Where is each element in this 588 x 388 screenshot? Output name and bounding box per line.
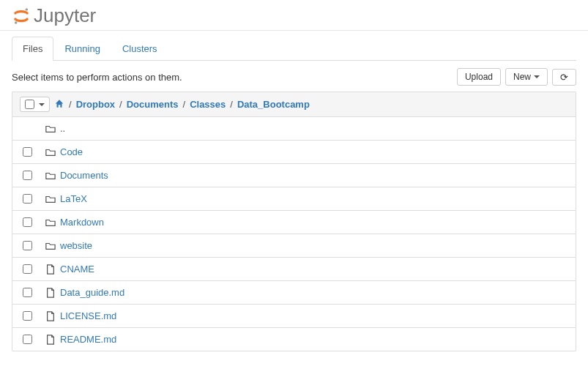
row-checkbox[interactable] — [23, 194, 32, 204]
row-checkbox[interactable] — [23, 147, 32, 157]
item-name[interactable]: Code — [60, 146, 83, 157]
breadcrumb-segment[interactable]: Dropbox — [76, 99, 115, 110]
breadcrumb-segment[interactable]: Documents — [127, 99, 179, 110]
list-item: Code — [12, 141, 576, 164]
select-all-checkbox[interactable] — [25, 100, 34, 109]
tab-running[interactable]: Running — [53, 37, 111, 60]
row-checkbox[interactable] — [23, 335, 32, 344]
breadcrumb-separator: / — [69, 99, 72, 110]
tab-clusters[interactable]: Clusters — [111, 37, 168, 60]
selection-hint: Select items to perform actions on them. — [12, 72, 182, 83]
list-item: Markdown — [12, 211, 576, 234]
list-item: .. — [12, 117, 576, 141]
caret-down-icon — [39, 103, 45, 106]
item-name[interactable]: Documents — [60, 170, 108, 181]
toolbar-row: Select items to perform actions on them.… — [12, 68, 576, 86]
breadcrumb-segment[interactable]: Classes — [190, 99, 226, 110]
row-checkbox[interactable] — [23, 217, 32, 227]
item-name[interactable]: README.md — [60, 334, 116, 345]
jupyter-logo[interactable]: Jupyter — [12, 4, 576, 27]
caret-down-icon — [534, 75, 540, 78]
file-icon — [45, 288, 56, 298]
item-name[interactable]: Markdown — [60, 217, 104, 228]
row-checkbox[interactable] — [23, 264, 32, 274]
folder-icon — [45, 217, 56, 228]
list-item: LaTeX — [12, 187, 576, 211]
row-checkbox[interactable] — [23, 311, 32, 321]
folder-icon — [45, 241, 56, 251]
item-name[interactable]: LaTeX — [60, 193, 87, 204]
breadcrumb-separator: / — [183, 99, 186, 110]
breadcrumb: /Dropbox/Documents/Classes/Data_Bootcamp — [54, 99, 310, 111]
refresh-icon: ⟳ — [560, 72, 568, 82]
item-name[interactable]: Data_guide.md — [60, 287, 124, 298]
folder-icon — [45, 194, 56, 204]
jupyter-icon — [12, 7, 31, 26]
breadcrumb-segment[interactable]: Data_Bootcamp — [237, 99, 310, 110]
svg-point-0 — [26, 8, 29, 11]
item-name[interactable]: LICENSE.md — [60, 310, 116, 321]
list-item: README.md — [12, 328, 576, 351]
upload-button[interactable]: Upload — [457, 68, 501, 86]
brand-text: Jupyter — [34, 4, 96, 27]
file-icon — [45, 311, 56, 321]
file-list: /Dropbox/Documents/Classes/Data_Bootcamp… — [12, 92, 576, 351]
svg-point-1 — [15, 21, 18, 24]
row-checkbox[interactable] — [23, 288, 32, 297]
breadcrumb-home[interactable] — [54, 99, 64, 111]
toolbar-actions: Upload New ⟳ — [457, 68, 576, 86]
tab-bar: FilesRunningClusters — [12, 37, 576, 61]
row-checkbox[interactable] — [23, 171, 32, 180]
list-item: website — [12, 234, 576, 258]
list-item: Data_guide.md — [12, 281, 576, 305]
item-name[interactable]: website — [60, 240, 92, 251]
list-item: Documents — [12, 164, 576, 187]
item-name[interactable]: CNAME — [60, 264, 94, 275]
list-item: CNAME — [12, 258, 576, 281]
new-button[interactable]: New — [505, 68, 548, 86]
tab-files[interactable]: Files — [12, 37, 53, 61]
select-all-dropdown[interactable] — [20, 97, 50, 112]
item-name[interactable]: .. — [60, 123, 65, 134]
row-checkbox[interactable] — [23, 241, 32, 250]
file-icon — [45, 264, 56, 275]
list-item: LICENSE.md — [12, 305, 576, 328]
folder-icon — [45, 171, 56, 181]
breadcrumb-separator: / — [119, 99, 122, 110]
folder-icon — [45, 147, 56, 157]
list-header: /Dropbox/Documents/Classes/Data_Bootcamp — [12, 92, 576, 117]
app-header: Jupyter — [0, 0, 588, 31]
folder-icon — [45, 124, 56, 134]
file-icon — [45, 335, 56, 345]
refresh-button[interactable]: ⟳ — [552, 69, 576, 86]
home-icon — [54, 99, 64, 108]
breadcrumb-separator: / — [230, 99, 233, 110]
